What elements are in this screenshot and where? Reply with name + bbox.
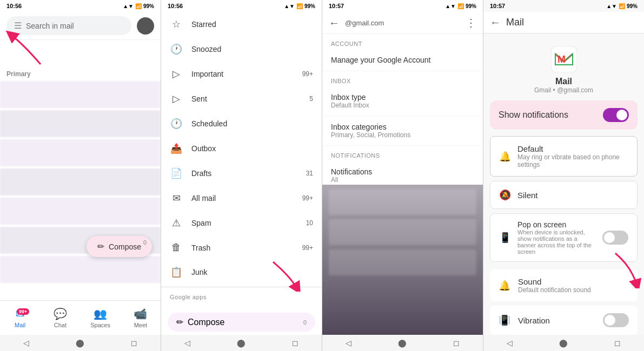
scheduled-icon: 🕐 [170, 118, 183, 130]
recents-btn-3[interactable]: ◻ [453, 339, 460, 347]
snoozed-label: Snoozed [191, 45, 313, 53]
mail-blurred-5 [0, 198, 161, 225]
blurred-item-1 [329, 189, 476, 215]
phone-icon: 📱 [499, 232, 511, 244]
drafts-label: Drafts [191, 169, 297, 178]
back-button-4[interactable]: ← [490, 16, 501, 29]
pop-screen-toggle[interactable] [602, 231, 628, 245]
starred-label: Starred [191, 20, 313, 29]
drawer-outbox[interactable]: 📤 Outbox [161, 136, 322, 161]
compose-button[interactable]: ✏ Compose 0 [87, 236, 152, 257]
silent-option[interactable]: 🔕 Silent [490, 181, 638, 209]
mail-blurred-1 [0, 81, 161, 108]
panel2-drawer: 10:56 ▲▼ 📶 99% ☆ Starred 🕐 Snoozed ▷ Imp… [161, 0, 322, 351]
bell-slash-icon: 🔕 [499, 189, 511, 201]
drawer-spam[interactable]: ⚠ Spam 10 [161, 211, 322, 235]
nav-mail[interactable]: 99+ ✉ Mail [0, 307, 40, 328]
nav-meet[interactable]: 📹 Meet [121, 307, 161, 328]
back-btn-4[interactable]: ◁ [507, 339, 513, 347]
back-btn-1[interactable]: ◁ [23, 339, 29, 347]
drawer-important[interactable]: ▷ Important 99+ [161, 62, 322, 86]
sent-badge: 5 [309, 95, 313, 103]
drafts-icon: 📄 [170, 167, 183, 179]
panel4-title: Mail [506, 17, 524, 28]
mail-badge: 99+ [17, 308, 29, 315]
back-button-3[interactable]: ← [329, 17, 340, 29]
mail-blurred-4 [0, 168, 161, 195]
inbox-categories-item[interactable]: Inbox categories Primary, Social, Promot… [322, 116, 483, 146]
spam-icon: ⚠ [170, 217, 183, 229]
home-btn-4[interactable]: ⬤ [559, 339, 568, 347]
notifications-section-title: Notifications [322, 146, 483, 161]
drawer-drafts[interactable]: 📄 Drafts 31 [161, 161, 322, 186]
vibration-row[interactable]: 📳 Vibration [490, 306, 638, 335]
home-btn-2[interactable]: ⬤ [237, 339, 245, 347]
home-btn-3[interactable]: ⬤ [398, 339, 407, 347]
manage-account-title: Manage your Google Account [331, 56, 474, 64]
blurred-overlay-3 [322, 185, 483, 335]
nav-spaces[interactable]: 👥 Spaces [81, 307, 121, 328]
panel3-account-settings: 10:57 ▲▼ 📶 99% ← @gmail.com ⋮ Account Ma… [322, 0, 483, 351]
drawer-sent[interactable]: ▷ Sent 5 [161, 86, 322, 111]
bell-icon: 🔔 [499, 151, 511, 163]
outbox-icon: 📤 [170, 143, 183, 154]
drawer-calendar[interactable]: 📅 Calendar [161, 302, 322, 309]
vibration-toggle[interactable] [603, 313, 629, 327]
compose-badge: 0 [143, 239, 147, 246]
status-bar-1: 10:56 ▲▼ 📶 99% [0, 0, 161, 12]
recents-btn-4[interactable]: ◻ [614, 339, 621, 347]
vibration-title: Vibration [518, 316, 595, 325]
manage-google-account[interactable]: Manage your Google Account [322, 49, 483, 71]
status-bar-4: 10:57 ▲▼ 📶 99% [483, 0, 644, 12]
time-display-4: 10:57 [490, 3, 505, 9]
mail-content: Primary [0, 40, 161, 300]
compose-drawer-btn[interactable]: ✏ Compose 0 [168, 313, 315, 332]
vibration-text: Vibration [518, 316, 595, 325]
default-sound-option[interactable]: 🔔 Default May ring or vibrate based on p… [490, 136, 638, 177]
important-label: Important [191, 70, 294, 78]
system-nav-4: ◁ ⬤ ◻ [483, 335, 644, 351]
home-btn-1[interactable]: ⬤ [76, 339, 84, 347]
avatar[interactable] [137, 17, 154, 35]
gmail-logo: M [551, 46, 577, 72]
recents-btn-1[interactable]: ◻ [131, 339, 137, 347]
trash-label: Trash [191, 244, 294, 252]
wifi-icon-1: 📶 [135, 3, 142, 9]
pop-sub: When device is unlocked, show notificati… [517, 229, 596, 255]
pop-screen-text: Pop on screen When device is unlocked, s… [517, 220, 596, 255]
chat-nav-label: Chat [54, 322, 67, 328]
notifications-title: Notifications [331, 167, 474, 176]
drawer-starred[interactable]: ☆ Starred [161, 12, 322, 37]
red-arrow-2 [262, 259, 306, 292]
chat-icon: 💬 [54, 307, 67, 320]
inbox-type-item[interactable]: Inbox type Default Inbox [322, 86, 483, 116]
system-nav-2: ◁ ⬤ ◻ [161, 335, 322, 351]
app-name: Mail [555, 77, 572, 86]
drawer-trash[interactable]: 🗑 Trash 99+ [161, 235, 322, 260]
inbox-section: Inbox [322, 71, 483, 86]
drawer-allmail[interactable]: ✉ All mail 99+ [161, 186, 322, 211]
signal-icon-3: ▲▼ [445, 3, 456, 9]
system-nav-1: ◁ ⬤ ◻ [0, 335, 161, 351]
drawer-scheduled[interactable]: 🕐 Scheduled [161, 111, 322, 136]
app-info-area: M Mail Gmail • @gmail.com [483, 33, 644, 96]
email-title: @gmail.com [345, 19, 460, 27]
more-icon-3[interactable]: ⋮ [466, 16, 476, 29]
wifi-icon-3: 📶 [457, 3, 464, 9]
nav-chat[interactable]: 💬 Chat [40, 307, 80, 328]
show-notifications-toggle[interactable] [603, 108, 629, 122]
panel4-notifications: 10:57 ▲▼ 📶 99% ← Mail M Mail Gmail • @gm… [483, 0, 644, 351]
signal-icon-1: ▲▼ [123, 3, 134, 9]
back-btn-2[interactable]: ◁ [184, 339, 190, 347]
mail-blurred-7 [0, 256, 161, 283]
pop-toggle-thumb [604, 232, 615, 243]
notifications-item[interactable]: Notifications All [322, 161, 483, 185]
back-btn-3-sys[interactable]: ◁ [346, 339, 351, 347]
recents-btn-2[interactable]: ◻ [292, 339, 298, 347]
mail-blurred-3 [0, 139, 161, 166]
drawer-snoozed[interactable]: 🕐 Snoozed [161, 37, 322, 62]
mail-nav-label: Mail [15, 322, 25, 328]
vibration-toggle-thumb [605, 315, 615, 326]
time-display-2: 10:56 [168, 3, 183, 9]
meet-icon: 📹 [134, 307, 147, 320]
